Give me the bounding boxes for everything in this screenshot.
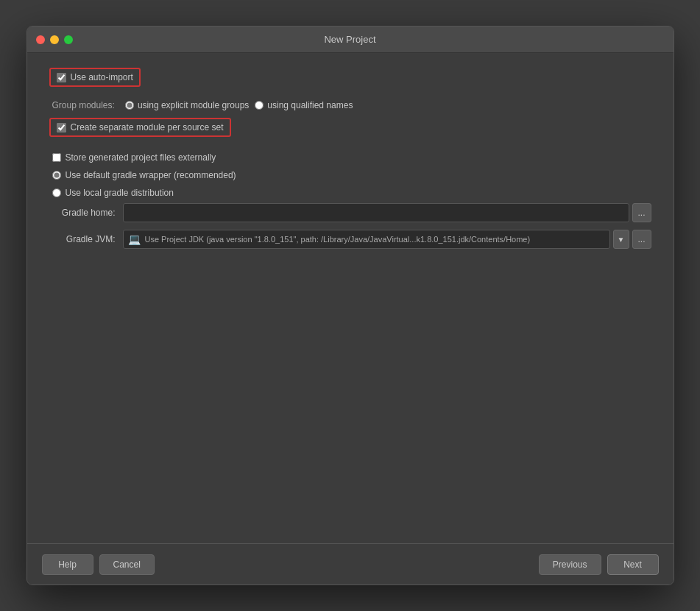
use-auto-import-label[interactable]: Use auto-import (49, 68, 141, 87)
minimize-button[interactable] (50, 35, 59, 44)
use-auto-import-text: Use auto-import (71, 72, 133, 82)
use-default-gradle-label: Use default gradle wrapper (recommended) (66, 170, 236, 180)
gradle-home-row: Gradle home: ... (49, 203, 651, 222)
footer: Help Cancel Previous Next (27, 543, 674, 584)
close-button[interactable] (36, 35, 45, 44)
gradle-jvm-label: Gradle JVM: (49, 234, 116, 244)
use-default-gradle-radio[interactable] (52, 171, 61, 180)
create-separate-module-text: Create separate module per source set (71, 122, 224, 133)
gradle-jvm-row: Gradle JVM: 💻 Use Project JDK (java vers… (49, 230, 651, 249)
group-modules-explicit-label: using explicit module groups (138, 100, 249, 110)
gradle-home-input[interactable] (123, 203, 629, 222)
maximize-button[interactable] (64, 35, 73, 44)
window-controls (36, 35, 73, 44)
use-local-gradle-label: Use local gradle distribution (66, 188, 174, 198)
group-modules-qualified-label: using qualified names (267, 100, 353, 110)
create-separate-module-label[interactable]: Create separate module per source set (49, 118, 231, 137)
main-content: Use auto-import Group modules: using exp… (27, 53, 674, 543)
gradle-jvm-display[interactable]: 💻 Use Project JDK (java version "1.8.0_1… (123, 230, 610, 249)
auto-import-section: Use auto-import (49, 68, 651, 93)
window-title: New Project (324, 34, 375, 45)
cancel-button[interactable]: Cancel (99, 554, 155, 575)
store-generated-label: Store generated project files externally (66, 152, 216, 163)
footer-left-buttons: Help Cancel (42, 554, 155, 575)
group-modules-label: Group modules: (52, 100, 115, 110)
group-modules-qualified-option[interactable]: using qualified names (255, 100, 353, 110)
gradle-jvm-browse-button[interactable]: ... (632, 230, 651, 249)
gradle-jvm-dropdown-button[interactable]: ▼ (613, 230, 629, 249)
group-modules-qualified-radio[interactable] (255, 101, 264, 110)
gradle-home-label: Gradle home: (49, 208, 116, 218)
store-generated-checkbox[interactable] (52, 153, 61, 162)
use-auto-import-checkbox[interactable] (57, 73, 66, 82)
gradle-jvm-value: Use Project JDK (java version "1.8.0_151… (145, 235, 531, 244)
jvm-icon: 💻 (128, 233, 141, 245)
use-local-gradle-row[interactable]: Use local gradle distribution (49, 186, 651, 200)
group-modules-row: Group modules: using explicit module gro… (49, 100, 651, 110)
gradle-home-browse-button[interactable]: ... (632, 203, 651, 222)
store-generated-row[interactable]: Store generated project files externally (49, 150, 651, 165)
help-button[interactable]: Help (42, 554, 93, 575)
gradle-jvm-select-wrapper: 💻 Use Project JDK (java version "1.8.0_1… (123, 230, 651, 249)
create-separate-module-checkbox[interactable] (57, 123, 66, 133)
group-modules-explicit-radio[interactable] (125, 101, 134, 110)
next-button[interactable]: Next (607, 554, 659, 575)
previous-button[interactable]: Previous (539, 554, 601, 575)
titlebar: New Project (27, 27, 674, 53)
gradle-home-input-wrapper: ... (123, 203, 651, 222)
use-default-gradle-row[interactable]: Use default gradle wrapper (recommended) (49, 168, 651, 183)
separate-module-section: Create separate module per source set (49, 118, 651, 143)
group-modules-explicit-option[interactable]: using explicit module groups (125, 100, 249, 110)
new-project-window: New Project Use auto-import Group module… (26, 26, 674, 585)
footer-right-buttons: Previous Next (539, 554, 659, 575)
use-local-gradle-radio[interactable] (52, 188, 61, 197)
